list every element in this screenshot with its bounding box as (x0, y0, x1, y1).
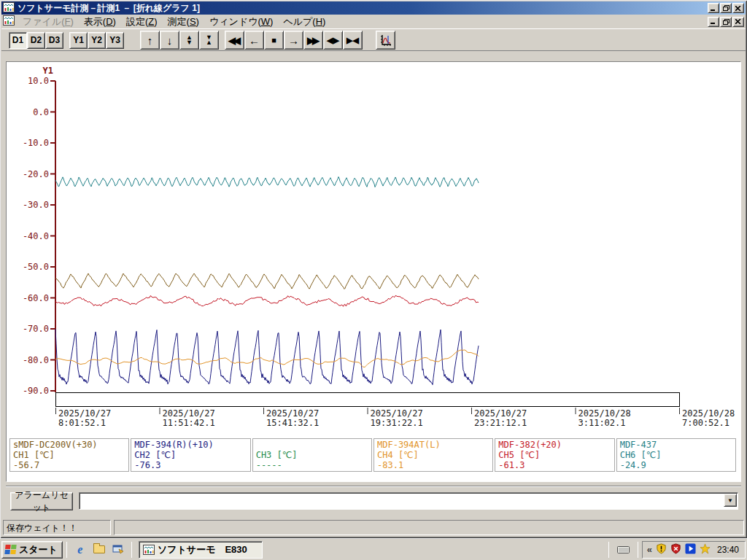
menu-w[interactable]: ウィンドウ(W) (204, 14, 278, 30)
y-tick-label: -40.0 (7, 231, 49, 241)
trace-ch2 (55, 329, 479, 384)
x-tick-label: 2025/10/27 11:51:42.1 (163, 409, 215, 428)
x-tick-label: 2025/10/27 15:41:32.1 (266, 409, 319, 428)
expand-horizontal-button[interactable]: ◀▶ (323, 31, 343, 50)
rewind-button[interactable]: ◀◀ (225, 31, 244, 50)
scroll-down-button[interactable]: ↓ (160, 31, 179, 50)
menu-f[interactable]: ファイル(F) (18, 14, 79, 30)
y-tick-label: 0.0 (7, 107, 49, 117)
y-tick-label: -60.0 (7, 293, 49, 303)
status-message: 保存ウェイト！！ (3, 520, 111, 535)
system-tray: « (642, 541, 746, 559)
alarm-combo[interactable]: ▼ (79, 492, 738, 510)
step-forward-button[interactable]: → (284, 31, 303, 50)
step-back-button[interactable]: ← (244, 31, 264, 50)
trace-ch6 (55, 176, 479, 187)
axis-y1-button[interactable]: Y1 (69, 32, 88, 49)
display-d3-button[interactable]: D3 (45, 32, 63, 49)
legend-cell-ch2: MDF-394(R)(+10)CH2 [℃]-76.3 (131, 438, 250, 472)
compress-vertical-button[interactable]: ▼▲ (199, 31, 219, 50)
alarm-row: アラームリセット ▼ (6, 486, 741, 515)
y-tick-label: -80.0 (7, 355, 49, 365)
taskbar-clock: 23:40 (717, 545, 739, 555)
x-tick-label: 2025/10/27 8:01:52.1 (58, 409, 111, 428)
display-d2-button[interactable]: D2 (27, 32, 45, 49)
internet-explorer-icon[interactable]: e (74, 543, 87, 556)
legend-cell-ch3: CH3 [℃]----- (252, 438, 372, 472)
status-bar: 保存ウェイト！！ (1, 518, 746, 537)
graph-settings-button[interactable] (376, 31, 395, 50)
channel-legend: sMDF-DC200V(+30)CH1 [℃]-56.7MDF-394(R)(+… (9, 438, 736, 472)
mdi-child-icon[interactable] (3, 15, 15, 28)
media-player-tray-icon[interactable] (685, 543, 696, 556)
menu-s[interactable]: 測定(S) (163, 14, 204, 30)
fast-forward-button[interactable]: ▶▶ (303, 31, 323, 50)
window-title: ソフトサーモ計測－計測1 － [折れ線グラフ 1] (18, 2, 707, 15)
taskbar: スタート e ソフトサーモ E830 (0, 538, 747, 560)
menu-items: ファイル(F)表示(D)設定(Z)測定(S)ウィンドウ(W)ヘルプ(H) (18, 14, 330, 30)
security-alert-icon[interactable] (670, 543, 681, 556)
alarm-combo-field[interactable] (79, 492, 738, 510)
taskbar-task-button[interactable]: ソフトサーモ E830 (139, 541, 263, 559)
security-warning-icon[interactable] (656, 543, 667, 556)
x-tick-label: 2025/10/27 19:31:22.1 (371, 409, 423, 428)
x-tick-label: 2025/10/28 3:11:02.1 (578, 409, 631, 428)
legend-cell-ch5: MDF-382(+20)CH5 [℃]-61.3 (495, 438, 614, 472)
mdi-restore-button[interactable] (720, 17, 732, 27)
y-tick-label: -20.0 (7, 169, 49, 179)
y-tick-label: -50.0 (7, 262, 49, 272)
task-app-icon (143, 544, 155, 556)
quick-launch: e (71, 543, 128, 556)
y-tick-label: -10.0 (7, 138, 49, 148)
windows-logo-icon (4, 545, 16, 554)
chart-panel: Y1 10.00.0-10.0-20.0-30.0-40.0-50.0-60.0… (6, 61, 741, 482)
mdi-minimize-button[interactable] (708, 17, 719, 27)
combo-dropdown-button[interactable]: ▼ (724, 494, 737, 507)
expand-vertical-button[interactable]: ▲▼ (179, 31, 199, 50)
y-tick-label: 10.0 (7, 76, 49, 86)
legend-cell-ch6: MDF-437CH6 [℃]-24.9 (616, 438, 736, 472)
minimize-button[interactable] (708, 3, 719, 13)
display-d1-button[interactable]: D1 (9, 32, 27, 49)
x-tick-label: 2025/10/28 7:00:52.1 (682, 409, 735, 428)
y-tick-label: -90.0 (7, 386, 49, 396)
mdi-close-button[interactable] (732, 17, 744, 27)
y-tick-label: -70.0 (7, 324, 49, 334)
stop-button[interactable]: ■ (264, 31, 284, 50)
axis-y3-button[interactable]: Y3 (106, 32, 124, 49)
folder-icon[interactable] (93, 543, 106, 556)
scroll-up-button[interactable]: ↑ (140, 31, 160, 50)
legend-cell-ch4: MDF-394AT(L)CH4 [℃]-83.1 (374, 438, 493, 472)
menu-z[interactable]: 設定(Z) (121, 14, 163, 30)
update-star-icon[interactable] (700, 543, 711, 556)
show-desktop-icon[interactable] (112, 543, 125, 556)
legend-cell-ch1: sMDF-DC200V(+30)CH1 [℃]-56.7 (9, 438, 129, 472)
status-extra (114, 520, 744, 535)
y-tick-label: -30.0 (7, 200, 49, 210)
close-button[interactable] (732, 3, 744, 13)
trace-ch5 (55, 295, 479, 306)
x-tick-label: 2025/10/27 23:21:12.1 (474, 409, 527, 428)
tray-collapse-icon[interactable]: « (647, 546, 652, 553)
restore-button[interactable] (720, 3, 732, 13)
axis-y2-button[interactable]: Y2 (88, 32, 106, 49)
start-button[interactable]: スタート (1, 541, 63, 559)
menu-d[interactable]: 表示(D) (79, 14, 121, 30)
app-window: ソフトサーモ計測－計測1 － [折れ線グラフ 1] ファイル(F)表示(D)設定… (0, 0, 747, 538)
trace-ch1 (55, 273, 479, 289)
time-range-box[interactable] (56, 393, 680, 407)
app-icon (3, 1, 15, 15)
toolbar: D1D2D3Y1Y2Y3↑↓▲▼▼▲◀◀←■→▶▶◀▶▶◀ (1, 30, 746, 51)
title-bar: ソフトサーモ計測－計測1 － [折れ線グラフ 1] (1, 1, 746, 15)
menu-h[interactable]: ヘルプ(H) (278, 14, 330, 30)
menu-bar: ファイル(F)表示(D)設定(Z)測定(S)ウィンドウ(W)ヘルプ(H) (1, 15, 746, 29)
compress-horizontal-button[interactable]: ▶◀ (343, 31, 363, 50)
alarm-reset-button[interactable]: アラームリセット (10, 492, 73, 510)
keyboard-layout-icon[interactable] (617, 545, 630, 554)
y-axis-title: Y1 (28, 66, 53, 76)
desktop: { "window": { "title": "ソフトサーモ計測－計測1 － [… (0, 0, 747, 560)
